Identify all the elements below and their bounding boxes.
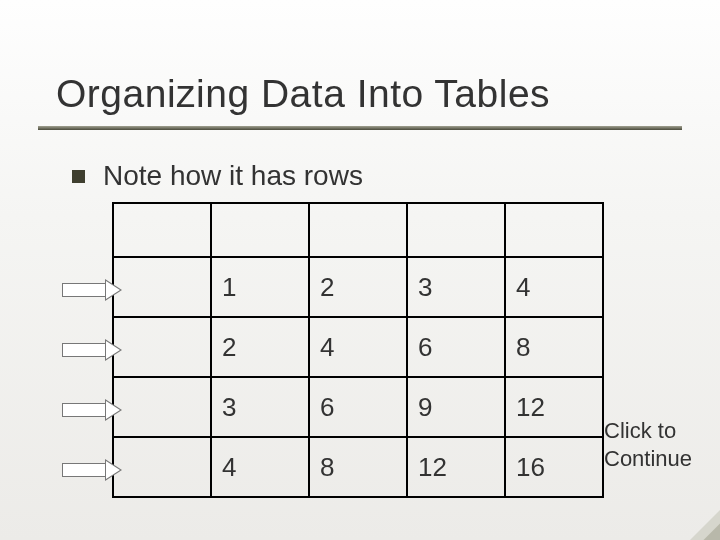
cta-line1: Click to (604, 418, 676, 443)
table-row: 1 2 3 4 (113, 257, 603, 317)
table-cell (113, 377, 211, 437)
slide-title: Organizing Data Into Tables (56, 72, 550, 116)
table-row: 2 4 6 8 (113, 317, 603, 377)
table-cell (113, 317, 211, 377)
table-cell: 12 (505, 377, 603, 437)
data-table: 1 2 3 4 2 4 6 8 3 6 9 12 4 8 12 16 (112, 202, 604, 498)
table-cell: 8 (505, 317, 603, 377)
square-bullet-icon (72, 170, 85, 183)
table-row (113, 203, 603, 257)
arrow-right-icon (62, 460, 124, 480)
table-cell: 4 (211, 437, 309, 497)
table-cell (309, 203, 407, 257)
table-cell: 3 (407, 257, 505, 317)
arrow-right-icon (62, 340, 124, 360)
table-cell: 1 (211, 257, 309, 317)
table-cell: 6 (407, 317, 505, 377)
table-cell (211, 203, 309, 257)
table-cell (505, 203, 603, 257)
continue-button[interactable]: Click to Continue (604, 417, 714, 472)
bullet-row: Note how it has rows (72, 160, 363, 192)
page-curl-icon (690, 510, 720, 540)
arrow-right-icon (62, 400, 124, 420)
bullet-text: Note how it has rows (103, 160, 363, 192)
arrow-right-icon (62, 280, 124, 300)
table-cell (113, 437, 211, 497)
table-row: 3 6 9 12 (113, 377, 603, 437)
table-cell: 2 (309, 257, 407, 317)
data-table-container: 1 2 3 4 2 4 6 8 3 6 9 12 4 8 12 16 (112, 202, 604, 498)
table-cell: 16 (505, 437, 603, 497)
table-cell (407, 203, 505, 257)
table-cell: 2 (211, 317, 309, 377)
cta-line2: Continue (604, 446, 692, 471)
table-cell: 3 (211, 377, 309, 437)
table-cell: 9 (407, 377, 505, 437)
table-cell (113, 257, 211, 317)
table-row: 4 8 12 16 (113, 437, 603, 497)
table-cell: 6 (309, 377, 407, 437)
title-underline (38, 126, 682, 130)
table-cell (113, 203, 211, 257)
table-cell: 4 (505, 257, 603, 317)
table-cell: 8 (309, 437, 407, 497)
table-cell: 12 (407, 437, 505, 497)
table-cell: 4 (309, 317, 407, 377)
